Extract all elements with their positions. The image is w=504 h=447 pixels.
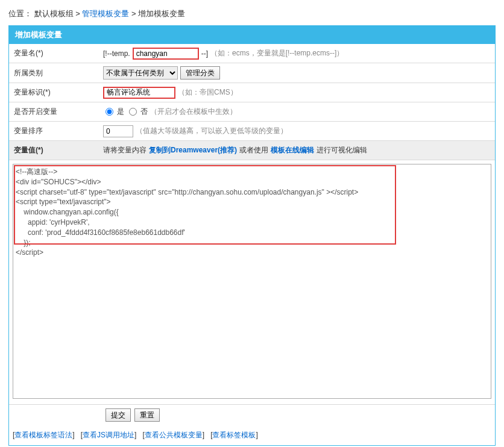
link-tag-template[interactable]: 查看标签模板 — [212, 431, 256, 439]
row-var-mark: 变量标识(*) （如：帝国CMS） — [9, 83, 495, 102]
label-category: 所属类别 — [13, 68, 103, 78]
link-online-edit[interactable]: 模板在线编辑 — [271, 145, 314, 155]
order-input[interactable] — [103, 125, 133, 137]
var-value-textarea[interactable] — [13, 164, 491, 399]
breadcrumb-link-manage[interactable]: 管理模板变量 — [82, 9, 129, 18]
label-enable: 是否开启变量 — [13, 107, 103, 117]
link-copy-dreamweaver[interactable]: 复制到Dreamweaver(推荐) — [149, 145, 237, 155]
submit-button[interactable]: 提交 — [106, 408, 131, 422]
link-js-url[interactable]: 查看JS调用地址 — [83, 431, 134, 439]
label-var-name: 变量名(*) — [13, 48, 103, 58]
textarea-container — [9, 160, 495, 405]
breadcrumb-label: 位置： — [8, 9, 32, 18]
breadcrumb-current: 增加模板变量 — [138, 9, 185, 18]
enable-yes-label: 是 — [117, 107, 124, 117]
breadcrumb-group: 默认模板组 — [34, 9, 74, 18]
row-var-name: 变量名(*) [!--temp. --] （如：ecms，变量就是[!--tem… — [9, 44, 495, 63]
page-title: 增加模板变量 — [9, 26, 495, 44]
varname-hint: （如：ecms，变量就是[!--temp.ecms--]） — [210, 48, 344, 58]
row-var-value-header: 变量值(*) 请将变量内容复制到Dreamweaver(推荐)或者使用模板在线编… — [9, 141, 495, 160]
var-name-input[interactable] — [133, 48, 199, 60]
row-enable: 是否开启变量 是 否 （开启才会在模板中生效） — [9, 102, 495, 122]
submit-row: 提交 重置 — [9, 405, 495, 425]
enable-no-label: 否 — [140, 107, 148, 117]
enable-hint: （开启才会在模板中生效） — [150, 107, 237, 117]
row-category: 所属类别 不隶属于任何类别 管理分类 — [9, 63, 495, 83]
manage-category-button[interactable]: 管理分类 — [180, 66, 220, 80]
order-hint: （值越大等级越高，可以嵌入更低等级的变量） — [136, 126, 288, 136]
label-var-value: 变量值(*) — [13, 145, 103, 155]
enable-no-radio[interactable] — [129, 108, 137, 116]
varname-prefix: [!--temp. — [103, 49, 130, 58]
varname-suffix: --] — [201, 49, 208, 58]
label-order: 变量排序 — [13, 126, 103, 136]
breadcrumb: 位置： 默认模板组 > 管理模板变量 > 增加模板变量 — [8, 6, 496, 25]
var-mark-input[interactable] — [103, 87, 175, 99]
row-order: 变量排序 （值越大等级越高，可以嵌入更低等级的变量） — [9, 122, 495, 141]
footer-links: [查看模板标签语法] [查看JS调用地址] [查看公共模板变量] [查看标签模板… — [9, 425, 495, 445]
main-form-frame: 增加模板变量 变量名(*) [!--temp. --] （如：ecms，变量就是… — [8, 25, 496, 446]
varmark-hint: （如：帝国CMS） — [178, 87, 238, 98]
link-tag-syntax[interactable]: 查看模板标签语法 — [14, 431, 72, 439]
reset-button[interactable]: 重置 — [134, 408, 160, 422]
label-var-mark: 变量标识(*) — [13, 87, 103, 98]
enable-yes-radio[interactable] — [106, 108, 113, 116]
category-select[interactable]: 不隶属于任何类别 — [103, 66, 178, 80]
link-public-vars[interactable]: 查看公共模板变量 — [145, 431, 203, 439]
